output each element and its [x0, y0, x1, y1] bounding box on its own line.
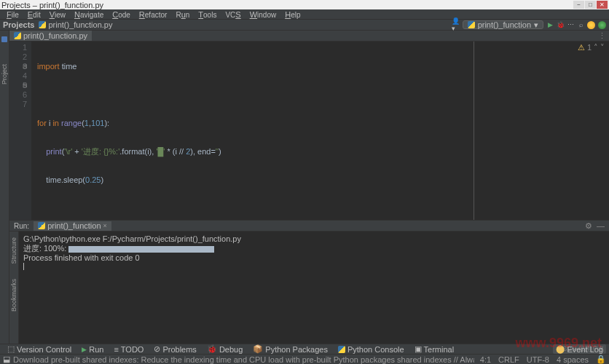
fold-icon[interactable]: ⊟	[23, 62, 28, 71]
indent[interactable]: 4 spaces	[557, 355, 589, 364]
window-controls: − □ ✕	[573, 1, 608, 9]
menubar: File Edit View Navigate Code Refactor Ru…	[0, 9, 609, 20]
warning-count: 1	[587, 43, 592, 52]
project-tab-icon[interactable]	[1, 36, 7, 42]
menu-code[interactable]: Code	[109, 10, 134, 19]
debug-tab[interactable]: 🐞Debug	[203, 344, 247, 354]
run-label: Run:	[14, 222, 29, 230]
bottom-tool-tabs: ⬚Version Control ▶Run ≡TODO ⊘Problems 🐞D…	[0, 344, 609, 354]
cursor-position[interactable]: 4:1	[480, 355, 491, 364]
bell-icon: ⬤	[556, 344, 565, 354]
gutter-line: 6	[9, 90, 27, 100]
run-left-tabs: Structure Bookmarks	[9, 232, 19, 344]
titlebar: Projects – print()_function.py − □ ✕	[0, 0, 609, 9]
problems-icon: ⊘	[154, 344, 160, 354]
minimize-button[interactable]: −	[573, 1, 584, 9]
run-button[interactable]: ▶	[546, 21, 554, 28]
encoding[interactable]: UTF-8	[527, 355, 549, 364]
version-control-tab[interactable]: ⬚Version Control	[3, 344, 76, 354]
menu-help[interactable]: Help	[281, 10, 304, 19]
python-file-icon	[14, 32, 21, 39]
debug-button[interactable]: 🐞	[557, 21, 564, 28]
chevron-up-icon[interactable]: ˄	[594, 43, 598, 52]
fold-end-icon[interactable]: ⊟	[23, 81, 28, 90]
menu-tools[interactable]: Tools	[195, 10, 220, 19]
breadcrumb-file[interactable]: print()_function.py	[39, 20, 112, 29]
gutter: 1 2 3⊟ 4 5⊟ 6 7	[9, 41, 31, 220]
gutter-line: 1	[9, 43, 27, 52]
terminal-icon: ▣	[414, 344, 422, 354]
inspection-widget[interactable]: ⚠ 1 ˄ ˅	[578, 43, 605, 52]
projects-label: Projects	[3, 20, 34, 29]
menu-window[interactable]: Window	[246, 10, 280, 19]
run-tab[interactable]: ▶Run	[77, 345, 108, 354]
todo-icon: ≡	[114, 345, 118, 354]
search-icon[interactable]: ⌕	[577, 21, 584, 28]
user-icon[interactable]: 👤▾	[452, 21, 460, 28]
bug-icon: 🐞	[207, 344, 217, 354]
line-separator[interactable]: CRLF	[498, 355, 519, 364]
toolbar: Projects print()_function.py 👤▾ print()_…	[0, 20, 609, 31]
bookmarks-tab[interactable]: Bookmarks	[10, 279, 17, 312]
editor-area: print()_function.py ⋮ 1 2 3⊟ 4 5⊟ 6 7 im…	[9, 31, 609, 344]
terminal-tab[interactable]: ▣Terminal	[410, 344, 459, 354]
python-console-tab[interactable]: Python Console	[334, 345, 409, 354]
menu-edit[interactable]: Edit	[24, 10, 44, 19]
package-icon: 📦	[253, 344, 263, 354]
more-run-icon[interactable]: ⋯	[567, 21, 574, 28]
editor-body[interactable]: 1 2 3⊟ 4 5⊟ 6 7 import time for i in ran…	[9, 41, 609, 220]
ide-status-icon[interactable]	[598, 21, 606, 29]
menu-file[interactable]: File	[3, 10, 23, 19]
gutter-line: 3⊟	[9, 62, 27, 71]
menu-navigate[interactable]: Navigate	[71, 10, 107, 19]
main-area: Project print()_function.py ⋮ 1 2 3⊟ 4 5…	[0, 31, 609, 344]
statusbar: ⬓ Download pre-built shared indexes: Red…	[0, 354, 609, 364]
left-tool-tabs: Project	[0, 31, 9, 344]
gutter-line: 4	[9, 71, 27, 81]
menu-view[interactable]: View	[46, 10, 69, 19]
maximize-button[interactable]: □	[585, 1, 596, 9]
more-tabs-icon[interactable]: ⋮	[598, 31, 606, 41]
code-area[interactable]: import time for i in range(1,101): print…	[31, 41, 609, 220]
structure-tab[interactable]: Structure	[10, 237, 17, 264]
ide-update-icon[interactable]	[587, 21, 595, 29]
menu-refactor[interactable]: Refactor	[135, 10, 171, 19]
python-packages-tab[interactable]: 📦Python Packages	[248, 344, 332, 354]
lock-icon[interactable]: 🔒	[596, 355, 606, 364]
cursor	[23, 263, 24, 270]
play-icon: ▶	[82, 346, 87, 353]
gutter-line: 2	[9, 52, 27, 62]
menu-run[interactable]: Run	[172, 10, 193, 19]
python-icon	[338, 346, 345, 353]
python-run-icon	[468, 21, 475, 28]
editor-tab[interactable]: print()_function.py	[9, 31, 92, 41]
menu-vcs[interactable]: VCS	[221, 10, 244, 19]
status-message[interactable]: Download pre-built shared indexes: Reduc…	[13, 355, 474, 364]
vcs-icon: ⬚	[7, 344, 15, 354]
gutter-line: 7	[9, 100, 27, 109]
editor-tab-name: print()_function.py	[23, 31, 87, 40]
breadcrumb-file-name: print()_function.py	[48, 20, 112, 29]
download-icon[interactable]: ⬓	[3, 355, 10, 364]
editor-tabs: print()_function.py ⋮	[9, 31, 609, 41]
gutter-line: 5⊟	[9, 81, 27, 90]
project-tab[interactable]: Project	[1, 64, 8, 84]
chevron-down-icon[interactable]: ˅	[600, 43, 605, 52]
python-file-icon	[39, 21, 46, 28]
window-title: Projects – print()_function.py	[1, 1, 573, 9]
run-config-name: print()_function	[478, 20, 531, 29]
problems-tab[interactable]: ⊘Problems	[149, 344, 200, 354]
run-config-selector[interactable]: print()_function ▾	[463, 20, 543, 29]
right-margin	[474, 41, 474, 220]
todo-tab[interactable]: ≡TODO	[109, 345, 148, 354]
close-button[interactable]: ✕	[597, 1, 608, 9]
warning-icon: ⚠	[578, 43, 585, 52]
event-log-button[interactable]: ⬤Event Log	[553, 344, 606, 354]
dropdown-icon: ▾	[534, 20, 538, 30]
